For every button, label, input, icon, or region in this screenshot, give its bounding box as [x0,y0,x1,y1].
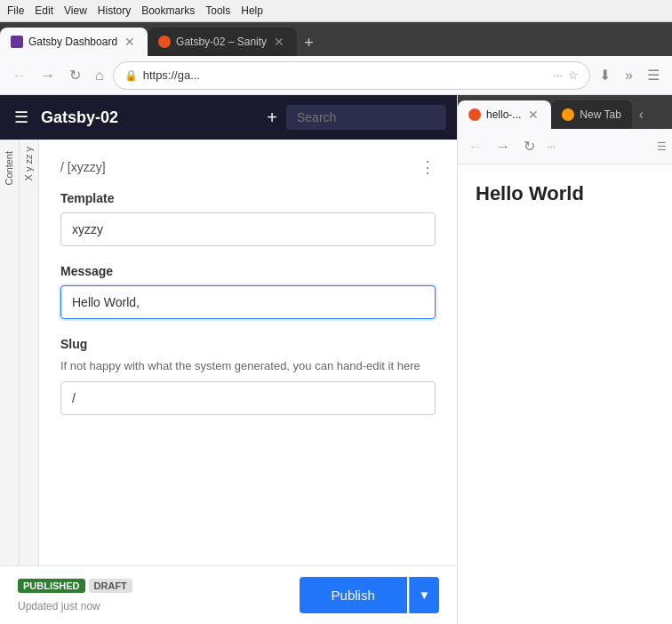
status-badges: PUBLISHED DRAFT [18,579,132,593]
menu-icon[interactable]: ☰ [642,63,665,87]
address-more[interactable]: ··· [553,68,563,82]
document-footer: PUBLISHED DRAFT Updated just now Publish… [0,565,457,624]
bookmark-icon[interactable]: ☆ [568,68,579,82]
forward-button[interactable]: → [36,64,60,87]
menu-view[interactable]: View [64,4,87,17]
menu-history[interactable]: History [98,4,131,17]
sanity-body: Content X y zz y / [xyzzy] ⋮ Template [0,140,457,565]
preview-content: Hello World [458,164,672,624]
tab-close-gatsby[interactable]: ✕ [123,33,137,51]
address-bar[interactable]: 🔒 https://ga... ··· ☆ [113,61,590,90]
sanity-panel: ☰ Gatsby-02 + Content X y zz y / [xyzzy]… [0,95,458,624]
more-options-button[interactable]: ⋮ [420,157,436,177]
publish-button[interactable]: Publish [300,577,407,613]
slug-description: If not happy with what the system genera… [60,358,436,374]
preview-panel: hello-... ✕ New Tab ‹ ← → ↻ ··· ☰ Hello … [458,95,672,624]
preview-heading: Hello World [476,182,584,204]
right-forward-button[interactable]: → [491,135,516,158]
slug-field-group: Slug If not happy with what the system g… [60,337,436,415]
tab-title-new: New Tab [580,108,620,121]
xyz-label: X y zz y [20,140,38,188]
draft-badge: DRAFT [89,579,132,593]
sanity-header: ☰ Gatsby-02 + [0,95,457,140]
nav-bar: ← → ↻ ⌂ 🔒 https://ga... ··· ☆ ⬇ » ☰ [0,56,672,95]
footer-left: PUBLISHED DRAFT Updated just now [18,579,132,612]
tab-new[interactable]: New Tab [551,100,631,129]
home-button[interactable]: ⌂ [90,64,109,87]
tab-gatsby-dashboard[interactable]: Gatsby Dashboard ✕ [0,28,148,56]
tab-title-gatsby: Gatsby Dashboard [28,36,117,48]
right-reload-button[interactable]: ↻ [518,134,540,158]
search-input[interactable] [286,105,446,130]
more-icon[interactable]: » [620,64,638,87]
menu-tools[interactable]: Tools [205,4,230,17]
updated-timestamp: Updated just now [18,600,100,612]
download-icon[interactable]: ⬇ [594,63,616,87]
message-label: Message [60,264,436,278]
hamburger-menu[interactable]: ☰ [11,104,32,131]
tab-sanity[interactable]: Gatsby-02 – Sanity ✕ [148,28,297,56]
side-tabs: Content [0,140,20,565]
menu-edit[interactable]: Edit [35,4,53,17]
reload-button[interactable]: ↻ [64,63,86,87]
right-back-button[interactable]: ← [463,135,488,158]
tab-arrow-left[interactable]: ‹ [632,103,651,126]
lock-icon: 🔒 [124,69,138,82]
menu-help[interactable]: Help [241,4,263,17]
tab-favicon-new [562,108,574,121]
right-nav-bar: ← → ↻ ··· ☰ [458,129,672,164]
add-document-button[interactable]: + [267,108,277,128]
slug-input[interactable] [60,381,436,415]
xyz-tab: X y zz y [20,140,39,565]
tab-favicon-sanity [158,36,171,48]
sidebar-item-content[interactable]: Content [0,140,19,196]
message-field-group: Message [60,264,436,319]
menu-file[interactable]: File [7,4,24,17]
right-address: ··· [543,140,654,153]
tab-close-hello[interactable]: ✕ [526,106,540,124]
sanity-site-title: Gatsby-02 [41,108,258,127]
slug-label: Slug [60,337,436,351]
template-input[interactable] [60,212,436,246]
browser-menu-bar: File Edit View History Bookmarks Tools H… [0,0,672,22]
breadcrumb: / [xyzzy] ⋮ [60,157,436,177]
tab-title-hello: hello-... [486,108,521,121]
tab-favicon-hello [468,108,481,121]
tab-close-sanity[interactable]: ✕ [272,33,286,51]
menu-bookmarks[interactable]: Bookmarks [141,4,195,17]
tab-favicon-gatsby [11,36,23,48]
document-editor: / [xyzzy] ⋮ Template Message Slug If not… [39,140,457,565]
back-button[interactable]: ← [7,64,32,87]
tab-title-sanity: Gatsby-02 – Sanity [176,36,267,48]
right-menu[interactable]: ☰ [657,140,667,153]
tab-hello[interactable]: hello-... ✕ [458,100,551,129]
message-input[interactable] [60,285,436,319]
tab-bar: Gatsby Dashboard ✕ Gatsby-02 – Sanity ✕ … [0,22,672,56]
published-badge: PUBLISHED [18,579,85,593]
breadcrumb-path: / [xyzzy] [60,160,106,174]
publish-dropdown-button[interactable]: ▼ [409,577,439,613]
right-tab-bar: hello-... ✕ New Tab ‹ [458,95,672,129]
template-field-group: Template [60,191,436,246]
address-text: https://ga... [143,68,548,82]
footer-actions: Publish ▼ [300,577,439,613]
template-label: Template [60,191,436,205]
new-tab-button[interactable]: + [297,30,321,56]
split-view: ☰ Gatsby-02 + Content X y zz y / [xyzzy]… [0,95,672,624]
